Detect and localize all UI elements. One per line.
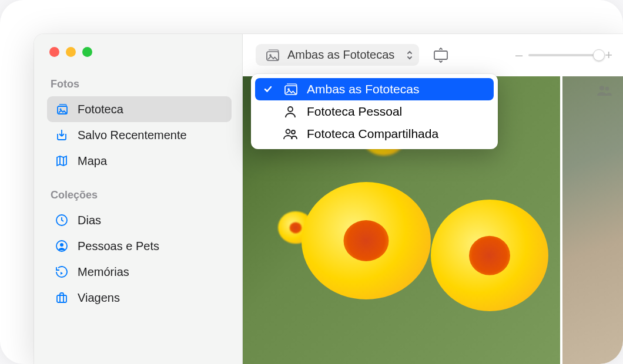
library-switcher-label: Ambas as Fototecas — [287, 48, 394, 62]
sidebar-item-people-pets[interactable]: Pessoas e Pets — [47, 233, 232, 259]
svg-rect-8 — [434, 51, 447, 59]
dropdown-item-personal-library[interactable]: Fototeca Pessoal — [255, 100, 494, 123]
svg-point-14 — [286, 130, 290, 134]
svg-rect-5 — [57, 295, 66, 302]
sidebar-item-label: Fototeca — [78, 103, 123, 116]
shared-library-badge-icon — [596, 85, 612, 99]
zoom-in-button[interactable]: + — [605, 48, 612, 63]
library-icon — [264, 49, 280, 62]
zoom-slider[interactable] — [528, 54, 599, 56]
suitcase-icon — [54, 290, 69, 305]
dropdown-item-label: Fototeca Compartilhada — [307, 127, 438, 141]
library-switcher-button[interactable]: Ambas as Fototecas — [256, 44, 419, 66]
dropdown-item-label: Ambas as Fototecas — [307, 82, 419, 96]
chevron-up-down-icon — [406, 50, 413, 60]
checkmark-icon — [262, 85, 274, 94]
library-icon — [282, 83, 299, 96]
traffic-lights — [49, 47, 232, 57]
zoom-controls: – + — [515, 48, 612, 63]
zoom-slider-handle[interactable] — [593, 49, 605, 61]
sidebar-item-trips[interactable]: Viagens — [47, 285, 232, 311]
toolbar: Ambas as Fototecas — [243, 34, 623, 76]
sidebar: Fotos Fototeca — [34, 34, 243, 364]
sidebar-item-label: Dias — [78, 214, 101, 227]
sidebar-item-label: Memórias — [78, 265, 129, 279]
zoom-out-button[interactable]: – — [515, 48, 522, 63]
svg-point-10 — [605, 87, 609, 91]
sidebar-item-label: Salvo Recentemente — [78, 129, 187, 142]
main-content: Ambas as Fototecas — [243, 34, 623, 364]
person-circle-icon — [54, 238, 69, 254]
svg-point-15 — [292, 130, 295, 134]
sidebar-item-map[interactable]: Mapa — [47, 148, 232, 174]
sidebar-item-label: Pessoas e Pets — [78, 240, 159, 253]
map-icon — [54, 153, 69, 168]
sidebar-item-memories[interactable]: Memórias — [47, 259, 232, 285]
sidebar-item-label: Mapa — [78, 154, 107, 168]
people-icon — [282, 127, 299, 140]
sidebar-item-library[interactable]: Fototeca — [47, 96, 232, 122]
sidebar-item-label: Viagens — [78, 291, 120, 305]
aspect-ratio-button[interactable] — [428, 44, 453, 66]
library-icon — [54, 102, 69, 117]
dropdown-item-both-libraries[interactable]: Ambas as Fototecas — [255, 78, 494, 100]
dropdown-item-shared-library[interactable]: Fototeca Compartilhada — [255, 123, 494, 145]
svg-point-13 — [288, 107, 293, 112]
svg-point-9 — [599, 86, 604, 90]
minimize-window-button[interactable] — [66, 47, 76, 57]
download-icon — [54, 127, 69, 143]
photo-thumbnail[interactable] — [562, 76, 623, 364]
sidebar-section-header-photos: Fotos — [47, 78, 232, 90]
library-switcher-dropdown: Ambas as Fototecas Fototeca Pessoal — [251, 74, 498, 149]
app-window: Fotos Fototeca — [34, 34, 623, 364]
svg-point-4 — [60, 243, 63, 247]
close-window-button[interactable] — [49, 47, 59, 57]
dropdown-item-label: Fototeca Pessoal — [307, 105, 402, 119]
clock-icon — [54, 213, 69, 228]
person-icon — [282, 105, 299, 118]
memories-icon — [54, 264, 69, 279]
sidebar-section-header-collections: Coleções — [47, 189, 232, 201]
sidebar-item-recently-saved[interactable]: Salvo Recentemente — [47, 122, 232, 148]
fullscreen-window-button[interactable] — [82, 47, 92, 57]
sidebar-item-days[interactable]: Dias — [47, 207, 232, 233]
outer-card: Fotos Fototeca — [0, 0, 623, 364]
